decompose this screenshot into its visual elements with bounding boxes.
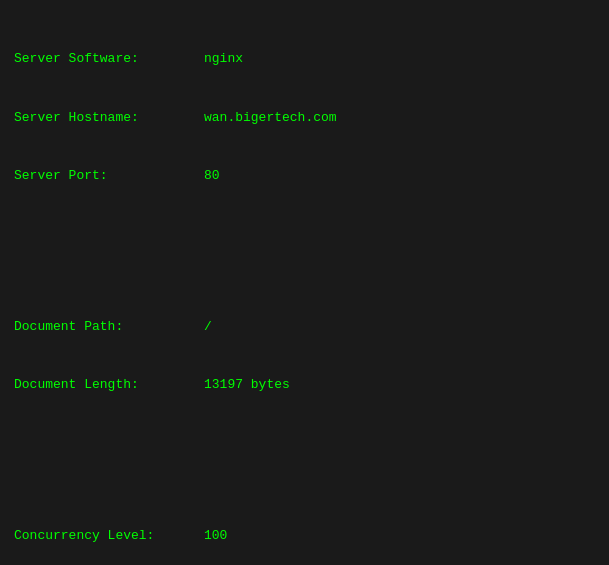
server-software-row: Server Software: nginx bbox=[14, 49, 595, 69]
server-software-label: Server Software: bbox=[14, 49, 204, 69]
doc-length-value: 13197 bytes bbox=[204, 375, 290, 395]
doc-path-value: / bbox=[204, 317, 212, 337]
server-hostname-value: wan.bigertech.com bbox=[204, 108, 337, 128]
doc-length-row: Document Length: 13197 bytes bbox=[14, 375, 595, 395]
server-port-label: Server Port: bbox=[14, 166, 204, 186]
doc-length-label: Document Length: bbox=[14, 375, 204, 395]
server-port-value: 80 bbox=[204, 166, 220, 186]
server-software-value: nginx bbox=[204, 49, 243, 69]
concurrency-row: Concurrency Level: 100 bbox=[14, 526, 595, 546]
doc-path-label: Document Path: bbox=[14, 317, 204, 337]
concurrency-value: 100 bbox=[204, 526, 227, 546]
server-port-row: Server Port: 80 bbox=[14, 166, 595, 186]
terminal-output: Server Software: nginx Server Hostname: … bbox=[14, 10, 595, 565]
concurrency-label: Concurrency Level: bbox=[14, 526, 204, 546]
server-hostname-row: Server Hostname: wan.bigertech.com bbox=[14, 108, 595, 128]
doc-path-row: Document Path: / bbox=[14, 317, 595, 337]
server-hostname-label: Server Hostname: bbox=[14, 108, 204, 128]
